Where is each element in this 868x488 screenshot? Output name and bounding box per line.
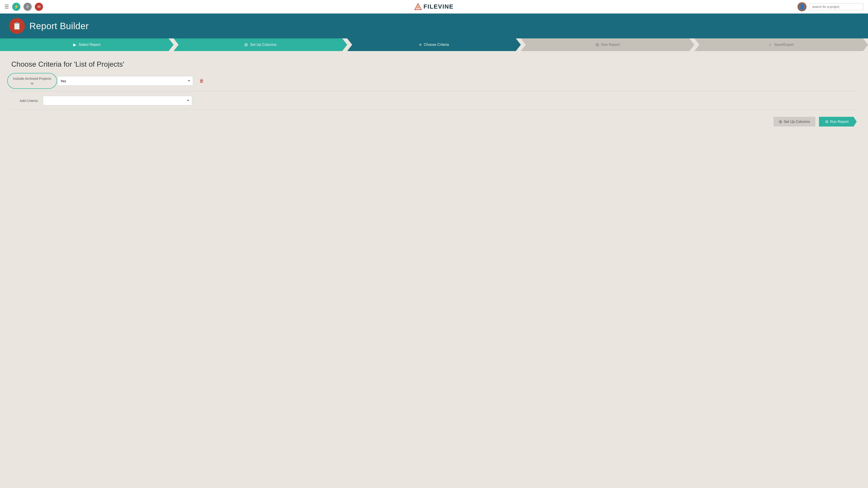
- step-run-report[interactable]: ⊞ Run Report: [521, 38, 694, 51]
- step-save-export[interactable]: ✓ Save/Export: [694, 38, 868, 51]
- step-choose-criteria[interactable]: ≡ Choose Criteria: [347, 38, 521, 51]
- nav-right: 👤: [798, 2, 864, 11]
- delete-criteria-button[interactable]: 🗑: [197, 77, 206, 85]
- step-set-up-columns-label: Set Up Columns: [250, 43, 276, 47]
- step-select-report-icon: ▶: [73, 42, 76, 47]
- step-set-up-columns-icon: ⊞: [244, 42, 248, 47]
- report-builder-icon: 📋: [9, 18, 25, 34]
- step-save-export-label: Save/Export: [774, 43, 794, 47]
- step-select-report[interactable]: ▶ Select Report: [0, 38, 174, 51]
- hamburger-icon[interactable]: ☰: [4, 4, 9, 10]
- add-criteria-row: Add Criteria:: [11, 96, 857, 105]
- filevine-logo-text: FILEVINE: [423, 3, 454, 10]
- step-save-export-icon: ✓: [769, 42, 772, 47]
- criteria-label: Include Archived Projectsis: [11, 75, 53, 87]
- nav-left: ☰ ⚡ ≡ ✉: [4, 3, 43, 11]
- bottom-actions: ⊞ Set Up Columns ⊞ Run Report: [11, 117, 857, 135]
- step-run-report-icon: ⊞: [596, 42, 599, 47]
- header-banner: 📋 Report Builder: [0, 13, 868, 38]
- divider-bottom: [11, 110, 857, 110]
- set-up-columns-icon: ⊞: [779, 120, 782, 124]
- run-report-button[interactable]: ⊞ Run Report: [819, 117, 857, 127]
- wizard-steps: ▶ Select Report ⊞ Set Up Columns ≡ Choos…: [0, 38, 868, 51]
- add-criteria-label: Add Criteria:: [11, 99, 38, 103]
- mail-button[interactable]: ✉: [35, 3, 43, 11]
- run-report-label: Run Report: [830, 120, 848, 124]
- divider-top: [11, 91, 857, 91]
- step-choose-criteria-label: Choose Criteria: [424, 43, 449, 47]
- set-up-columns-button[interactable]: ⊞ Set Up Columns: [774, 117, 815, 127]
- user-avatar[interactable]: 👤: [798, 2, 807, 11]
- set-up-columns-label: Set Up Columns: [784, 120, 810, 124]
- step-set-up-columns[interactable]: ⊞ Set Up Columns: [174, 38, 347, 51]
- run-report-icon: ⊞: [825, 120, 828, 124]
- search-input[interactable]: [809, 3, 864, 10]
- lightning-button[interactable]: ⚡: [12, 3, 20, 11]
- step-select-report-label: Select Report: [79, 43, 101, 47]
- step-choose-criteria-icon: ≡: [419, 42, 422, 47]
- top-navigation: ☰ ⚡ ≡ ✉ FILEVINE 👤: [0, 0, 868, 13]
- add-criteria-select[interactable]: [43, 96, 192, 105]
- criteria-value-select[interactable]: Yes No: [57, 76, 193, 86]
- criteria-label-wrapper: Include Archived Projectsis: [11, 75, 53, 87]
- filevine-logo-icon: [414, 3, 422, 10]
- nav-center: FILEVINE: [414, 3, 454, 10]
- step-run-report-label: Run Report: [601, 43, 620, 47]
- criteria-row: Include Archived Projectsis Yes No 🗑: [11, 75, 857, 87]
- page-header-title: Report Builder: [29, 21, 89, 31]
- list-button[interactable]: ≡: [24, 3, 32, 11]
- main-content: Choose Criteria for 'List of Projects' I…: [0, 51, 868, 144]
- criteria-page-title: Choose Criteria for 'List of Projects': [11, 60, 857, 68]
